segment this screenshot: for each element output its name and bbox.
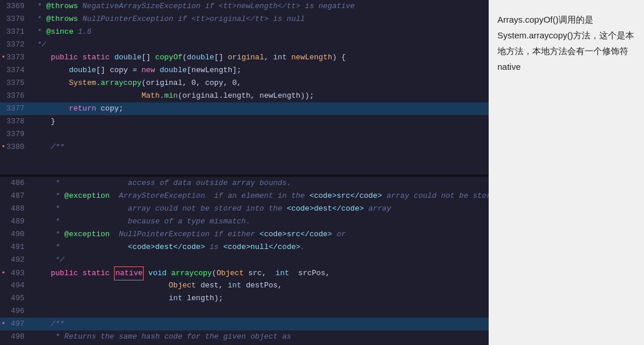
line-number: 3371 [0, 26, 30, 38]
line-content: * @since 1.6 [30, 26, 489, 38]
line-number: 3375 [0, 77, 30, 90]
line-content: int length); [30, 292, 489, 305]
line-content: * array could not be stored into the <co… [30, 202, 489, 215]
line-number: 3378 [0, 115, 30, 128]
line-number: 494 [0, 279, 30, 292]
line-content: } [30, 115, 489, 128]
line-number: 3379 [0, 128, 30, 141]
line-number: 3380 [0, 141, 30, 154]
table-row: 3371 * @since 1.6 [0, 26, 489, 38]
line-number: 490 [0, 228, 30, 241]
line-content: */ [30, 38, 489, 51]
annotation-sidebar: Arrays.copyOf()调用的是System.arraycopy()方法，… [489, 0, 644, 345]
line-number: 3376 [0, 90, 30, 102]
line-number: 492 [0, 254, 30, 266]
native-keyword: native [114, 266, 144, 280]
table-row: 3378 } [0, 115, 489, 128]
line-content: double[] copy = new double[newLength]; [30, 64, 489, 77]
line-content: public static native void arraycopy(Obje… [30, 266, 489, 280]
table-row: 495 int length); [0, 292, 489, 305]
table-row: 488 * array could not be stored into the… [0, 202, 489, 215]
table-row: 489 * because of a type mismatch. [0, 215, 489, 228]
line-number: 488 [0, 202, 30, 215]
line-content: /** [30, 318, 489, 330]
table-row: 3372 */ [0, 38, 489, 51]
table-row: 3379 [0, 128, 489, 141]
table-row: 492 */ [0, 254, 489, 266]
line-content: return copy; [30, 102, 489, 115]
line-number: 3369 [0, 0, 30, 13]
code-top-panel: 3369 * @throws NegativeArraySizeExceptio… [0, 0, 489, 175]
line-number: 3372 [0, 38, 30, 51]
line-number: 493 [0, 267, 30, 280]
table-row: 3374 double[] copy = new double[newLengt… [0, 64, 489, 77]
line-number: 496 [0, 305, 30, 318]
line-content: * <code>dest</code> is <code>null</code>… [30, 241, 489, 254]
line-number: 3377 [0, 102, 30, 115]
table-row: 3377 return copy; [0, 102, 489, 115]
line-content: /** [30, 141, 489, 154]
table-row: 497 /** [0, 318, 489, 330]
table-row: 3373 public static double[] copyOf(doubl… [0, 51, 489, 64]
line-content: * @throws NullPointerException if <tt>or… [30, 13, 489, 26]
line-content: Object dest, int destPos, [30, 279, 489, 292]
line-number: 495 [0, 292, 30, 305]
table-row: 498 * Returns the same hash code for the… [0, 330, 489, 343]
line-number: 498 [0, 330, 30, 343]
table-row: 3369 * @throws NegativeArraySizeExceptio… [0, 0, 489, 13]
line-content: * @throws NegativeArraySizeException if … [30, 0, 489, 13]
table-row: 3376 Math.min(original.length, newLength… [0, 90, 489, 102]
table-row: 3380 /** [0, 141, 489, 154]
line-content: */ [30, 254, 489, 266]
table-row: 493 public static native void arraycopy(… [0, 266, 489, 279]
table-row: 496 [0, 305, 489, 318]
line-content: * access of data outside array bounds. [30, 177, 489, 190]
line-number: 3370 [0, 13, 30, 26]
line-content: Math.min(original.length, newLength)); [30, 90, 489, 102]
line-content: public static double[] copyOf(double[] o… [30, 51, 489, 64]
line-number: 497 [0, 318, 30, 330]
table-row: 487 * @exception ArrayStoreException if … [0, 190, 489, 202]
table-row: 494 Object dest, int destPos, [0, 279, 489, 292]
line-content: * @exception NullPointerException if eit… [30, 228, 489, 241]
table-row: 3375 System.arraycopy(original, 0, copy,… [0, 77, 489, 90]
line-number: 486 [0, 177, 30, 190]
table-row: 491 * <code>dest</code> is <code>null</c… [0, 241, 489, 254]
editor-area: 3369 * @throws NegativeArraySizeExceptio… [0, 0, 489, 345]
line-content: * Returns the same hash code for the giv… [30, 330, 489, 343]
line-number: 491 [0, 241, 30, 254]
line-number: 487 [0, 190, 30, 202]
table-row: 490 * @exception NullPointerException if… [0, 228, 489, 241]
line-content: System.arraycopy(original, 0, copy, 0, [30, 77, 489, 90]
line-content: * because of a type mismatch. [30, 215, 489, 228]
table-row: 3370 * @throws NullPointerException if <… [0, 13, 489, 26]
line-content: * @exception ArrayStoreException if an e… [30, 190, 489, 202]
code-bottom-panel: 486 * access of data outside array bound… [0, 177, 489, 345]
line-number: 489 [0, 215, 30, 228]
table-row: 486 * access of data outside array bound… [0, 177, 489, 190]
line-number: 3373 [0, 51, 30, 64]
annotation-text: Arrays.copyOf()调用的是System.arraycopy()方法，… [497, 12, 635, 74]
line-number: 3374 [0, 64, 30, 77]
